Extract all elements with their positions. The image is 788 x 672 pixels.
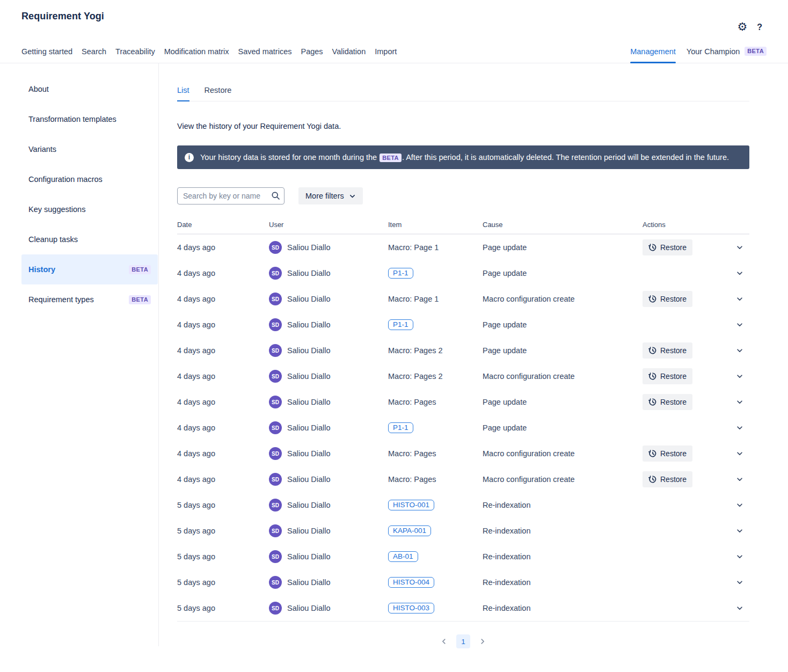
page-description: View the history of your Requirement Yog… [177,122,749,130]
row-actions: Restore [643,291,749,307]
page-number-button[interactable]: 1 [456,634,470,648]
requirement-key-link[interactable]: HISTO-001 [388,500,434,510]
row-expand-chevron-icon[interactable] [735,474,745,484]
sidebar-item-requirement-types[interactable]: Requirement types BETA [21,284,158,315]
user-name: Saliou Diallo [287,578,331,587]
restore-button[interactable]: Restore [643,291,692,307]
nav-item-validation[interactable]: Validation [332,44,366,63]
row-expand-chevron-icon[interactable] [735,320,745,330]
user-name: Saliou Diallo [287,423,331,432]
beta-badge: BETA [129,265,151,274]
table-row: 5 days ago SD Saliou Diallo HISTO-004 Re… [177,569,749,595]
sidebar-item-about[interactable]: About [21,74,158,104]
row-user: SD Saliou Diallo [269,602,388,615]
row-actions [643,500,749,510]
nav-item-pages[interactable]: Pages [301,44,323,63]
row-actions [643,552,749,561]
row-expand-chevron-icon[interactable] [735,268,745,278]
tab-restore[interactable]: Restore [205,86,232,101]
row-actions: Restore [643,471,749,487]
nav-item-import[interactable]: Import [375,44,397,63]
search-icon [271,191,280,200]
user-name: Saliou Diallo [287,527,331,535]
nav-item-traceability[interactable]: Traceability [115,44,155,63]
help-icon[interactable]: ? [757,23,762,32]
user-avatar: SD [269,370,282,383]
sidebar-item-label: Key suggestions [28,205,85,214]
tab-list[interactable]: List [177,86,189,101]
user-avatar: SD [269,524,282,537]
sidebar-item-history[interactable]: History BETA [21,254,158,284]
nav-item-getting-started[interactable]: Getting started [21,44,72,63]
row-cause: Re-indexation [483,527,643,535]
row-date: 4 days ago [177,449,269,458]
search-box [177,187,284,204]
sidebar-item-cleanup-tasks[interactable]: Cleanup tasks [21,224,158,254]
requirement-key-link[interactable]: P1-1 [388,319,413,330]
row-date: 4 days ago [177,243,269,252]
sidebar: About Transformation templates Variants … [21,63,159,646]
restore-icon [648,449,657,458]
requirement-key-link[interactable]: KAPA-001 [388,525,431,536]
row-actions: Restore [643,368,749,384]
search-input[interactable] [177,187,284,204]
requirement-key-link[interactable]: P1-1 [388,422,413,433]
requirement-key-link[interactable]: HISTO-003 [388,603,434,613]
row-date: 4 days ago [177,269,269,277]
user-avatar: SD [269,241,282,254]
previous-page-icon[interactable] [438,636,450,647]
row-expand-chevron-icon[interactable] [735,578,745,587]
sidebar-item-configuration-macros[interactable]: Configuration macros [21,164,158,194]
row-expand-chevron-icon[interactable] [735,603,745,613]
nav-item-management[interactable]: Management [630,44,676,63]
restore-button[interactable]: Restore [643,239,692,255]
row-actions [643,603,749,613]
restore-button[interactable]: Restore [643,342,692,359]
row-date: 4 days ago [177,320,269,329]
table-row: 4 days ago SD Saliou Diallo Macro: Page … [177,286,749,312]
row-expand-chevron-icon[interactable] [735,500,745,510]
settings-gear-icon[interactable]: ⚙ [737,21,747,33]
row-date: 4 days ago [177,295,269,303]
restore-button[interactable]: Restore [643,471,692,487]
nav-item-modification-matrix[interactable]: Modification matrix [164,44,229,63]
row-expand-chevron-icon[interactable] [735,294,745,304]
row-user: SD Saliou Diallo [269,550,388,563]
row-user: SD Saliou Diallo [269,524,388,537]
row-expand-chevron-icon[interactable] [735,243,745,252]
top-nav-left: Getting startedSearchTraceabilityModific… [21,44,397,63]
restore-button[interactable]: Restore [643,368,692,384]
row-expand-chevron-icon[interactable] [735,423,745,433]
row-expand-chevron-icon[interactable] [735,552,745,561]
row-user: SD Saliou Diallo [269,447,388,460]
user-name: Saliou Diallo [287,295,331,303]
next-page-icon[interactable] [477,636,488,647]
row-expand-chevron-icon[interactable] [735,371,745,381]
row-expand-chevron-icon[interactable] [735,526,745,536]
row-expand-chevron-icon[interactable] [735,449,745,458]
sidebar-item-variants[interactable]: Variants [21,134,158,164]
more-filters-button[interactable]: More filters [298,187,363,204]
row-expand-chevron-icon[interactable] [735,346,745,355]
restore-button[interactable]: Restore [643,445,692,462]
main-content: List Restore View the history of your Re… [159,63,788,672]
sidebar-item-transformation-templates[interactable]: Transformation templates [21,104,158,134]
sidebar-item-key-suggestions[interactable]: Key suggestions [21,194,158,224]
nav-item-saved-matrices[interactable]: Saved matrices [238,44,292,63]
requirement-key-link[interactable]: AB-01 [388,551,418,562]
nav-item-your-champion[interactable]: Your Champion BETA [687,43,767,63]
restore-button[interactable]: Restore [643,394,692,410]
pagination: 1 [177,634,749,648]
user-name: Saliou Diallo [287,346,331,355]
nav-item-search[interactable]: Search [82,44,106,63]
row-item: Macro: Page 1 [388,295,483,303]
beta-badge: BETA [380,154,402,162]
row-date: 5 days ago [177,501,269,509]
requirement-key-link[interactable]: HISTO-004 [388,577,434,588]
user-avatar: SD [269,267,282,280]
header-icons: ⚙ ? [737,21,762,33]
row-expand-chevron-icon[interactable] [735,397,745,407]
user-avatar: SD [269,447,282,460]
requirement-key-link[interactable]: P1-1 [388,268,413,279]
user-avatar: SD [269,344,282,357]
